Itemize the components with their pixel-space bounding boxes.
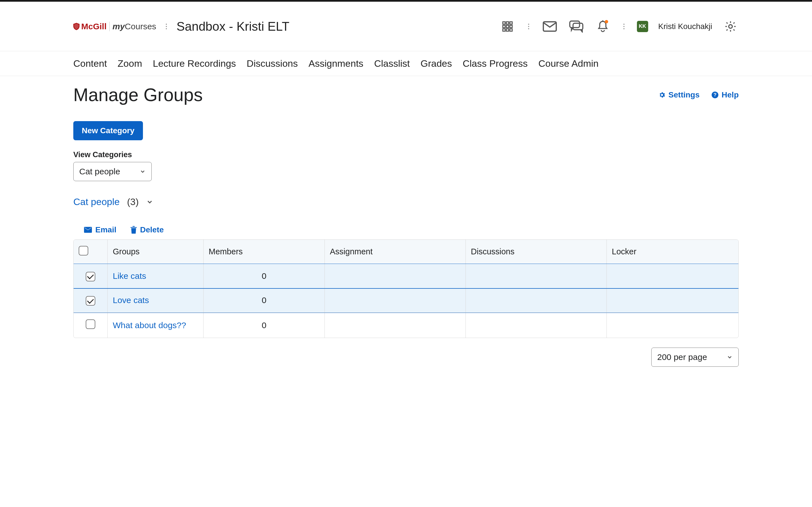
category-name-link[interactable]: Cat people <box>73 196 119 207</box>
members-cell: 0 <box>203 313 324 338</box>
table-row: Like cats 0 <box>73 264 739 288</box>
locker-cell <box>606 264 739 288</box>
delete-action[interactable]: Delete <box>131 225 164 234</box>
group-name-link[interactable]: Like cats <box>113 271 146 281</box>
category-menu-toggle[interactable] <box>146 198 153 206</box>
user-name[interactable]: Kristi Kouchakji <box>658 22 712 31</box>
header-kebab-menu[interactable] <box>526 21 531 32</box>
settings-link-label: Settings <box>668 91 700 100</box>
category-select[interactable]: Cat people <box>73 162 152 181</box>
page-actions: Settings ? Help <box>658 91 739 100</box>
page-size-value: 200 per page <box>657 352 707 362</box>
avatar[interactable]: KK <box>637 21 648 32</box>
svg-rect-2 <box>510 22 512 24</box>
pager: 200 per page <box>73 345 739 367</box>
category-header-row: Cat people (3) <box>73 196 739 207</box>
table-row: What about dogs?? 0 <box>73 313 739 338</box>
row-checkbox[interactable] <box>86 320 95 329</box>
locker-cell <box>606 288 739 313</box>
category-select-value: Cat people <box>79 167 120 176</box>
svg-text:?: ? <box>714 92 717 98</box>
select-all-checkbox[interactable] <box>79 246 88 256</box>
delete-action-label: Delete <box>140 225 164 234</box>
assignment-cell <box>324 288 465 313</box>
main-content: Manage Groups Settings ? Help New Catego… <box>0 76 812 384</box>
header-right: KK Kristi Kouchakji <box>499 18 739 35</box>
nav-item-class-progress[interactable]: Class Progress <box>463 58 528 69</box>
svg-rect-10 <box>570 21 580 27</box>
brand-courses-text: Courses <box>124 22 156 31</box>
svg-rect-0 <box>503 22 505 24</box>
discussions-cell <box>465 288 606 313</box>
new-category-button[interactable]: New Category <box>73 121 143 140</box>
messages-icon[interactable] <box>568 18 585 35</box>
assignment-cell <box>324 313 465 338</box>
app-header: McGill myCourses Sandbox - Kristi ELT KK… <box>0 2 812 51</box>
trash-icon <box>131 226 137 234</box>
row-checkbox[interactable] <box>86 272 95 281</box>
brand-mycourses: myCourses <box>112 22 156 31</box>
help-link[interactable]: ? Help <box>711 91 739 100</box>
header-locker[interactable]: Locker <box>606 240 739 264</box>
nav-item-discussions[interactable]: Discussions <box>247 58 298 69</box>
table-header-row: Groups Members Assignment Discussions Lo… <box>73 240 739 264</box>
brand-mcgill: McGill <box>73 22 107 31</box>
svg-rect-1 <box>506 22 508 24</box>
settings-gear-icon[interactable] <box>722 18 739 35</box>
nav-item-zoom[interactable]: Zoom <box>117 58 142 69</box>
gear-icon <box>658 91 666 99</box>
groups-table: Groups Members Assignment Discussions Lo… <box>73 239 739 338</box>
nav-item-grades[interactable]: Grades <box>420 58 452 69</box>
brand-mcgill-text: McGill <box>81 22 107 31</box>
table-row: Love cats 0 <box>73 288 739 313</box>
apps-grid-icon[interactable] <box>499 18 516 35</box>
brand-kebab-menu[interactable] <box>163 21 169 32</box>
page-top: Manage Groups Settings ? Help <box>73 84 739 105</box>
mcgill-crest-icon <box>73 23 80 30</box>
members-cell: 0 <box>203 264 324 288</box>
mail-icon[interactable] <box>542 18 558 35</box>
svg-rect-8 <box>510 29 512 31</box>
svg-rect-6 <box>503 29 505 31</box>
notifications-icon[interactable] <box>595 18 611 35</box>
course-title[interactable]: Sandbox - Kristi ELT <box>176 19 289 34</box>
svg-rect-11 <box>573 23 583 30</box>
help-link-label: Help <box>721 91 739 100</box>
brand-my-text: my <box>112 22 124 31</box>
settings-link[interactable]: Settings <box>658 91 700 100</box>
email-action[interactable]: Email <box>84 225 116 234</box>
row-checkbox[interactable] <box>86 296 95 305</box>
nav-item-course-admin[interactable]: Course Admin <box>538 58 599 69</box>
discussions-cell <box>465 264 606 288</box>
header-groups[interactable]: Groups <box>107 240 203 264</box>
user-kebab-menu[interactable] <box>621 21 627 32</box>
locker-cell <box>606 313 739 338</box>
nav-item-content[interactable]: Content <box>73 58 107 69</box>
email-action-label: Email <box>95 225 116 234</box>
group-name-link[interactable]: What about dogs?? <box>113 321 186 330</box>
svg-rect-5 <box>510 25 512 27</box>
page-size-select[interactable]: 200 per page <box>651 348 739 367</box>
mail-icon <box>84 227 92 233</box>
help-icon: ? <box>711 91 719 99</box>
svg-rect-3 <box>503 25 505 27</box>
chevron-down-icon <box>726 354 733 360</box>
brand-separator <box>109 22 110 31</box>
nav-item-assignments[interactable]: Assignments <box>308 58 363 69</box>
view-categories-label: View Categories <box>73 151 739 159</box>
header-select-all <box>73 240 107 264</box>
nav-item-classlist[interactable]: Classlist <box>374 58 410 69</box>
group-name-link[interactable]: Love cats <box>113 295 149 305</box>
discussions-cell <box>465 313 606 338</box>
chevron-down-icon <box>146 198 153 206</box>
nav-item-lecture-recordings[interactable]: Lecture Recordings <box>153 58 236 69</box>
brand[interactable]: McGill myCourses <box>73 22 156 31</box>
header-discussions[interactable]: Discussions <box>465 240 606 264</box>
header-members[interactable]: Members <box>203 240 324 264</box>
header-assignment[interactable]: Assignment <box>324 240 465 264</box>
svg-rect-7 <box>506 29 508 31</box>
category-count: (3) <box>127 196 139 207</box>
members-cell: 0 <box>203 288 324 313</box>
course-nav: Content Zoom Lecture Recordings Discussi… <box>0 51 812 76</box>
chevron-down-icon <box>140 168 146 175</box>
